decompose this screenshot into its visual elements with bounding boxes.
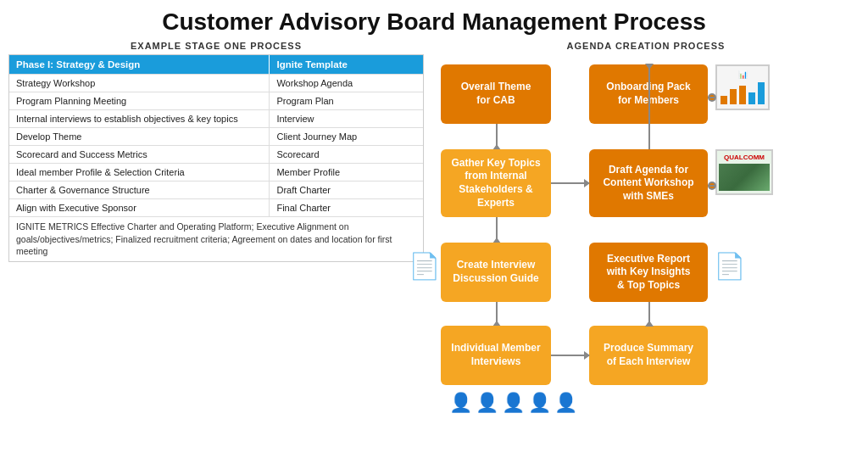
box-individual-interviews: Individual MemberInterviews <box>441 326 551 385</box>
doc-icon-left: 📄 <box>409 251 440 281</box>
row-col1: Strategy Workshop <box>9 75 270 92</box>
connector-line-2 <box>708 185 715 187</box>
table-row: Align with Executive SponsorFinal Charte… <box>9 198 423 216</box>
chart-bars <box>721 81 765 104</box>
row-col2: Workshop Agenda <box>270 75 423 92</box>
flow-diagram: Overall Themefor CAB Onboarding Packfor … <box>432 56 860 438</box>
arrow-interview-down <box>496 302 498 326</box>
arrow-produce-up <box>648 302 650 326</box>
row-col2: Member Profile <box>270 164 423 181</box>
doc-icon-right: 📄 <box>714 251 745 281</box>
arrow-gather-right <box>551 182 589 184</box>
row-col1: Develop Theme <box>9 128 270 145</box>
person-icons: 👤 👤 👤 👤 👤 <box>449 392 577 414</box>
qualcomm-image: QUALCOMM <box>715 149 773 195</box>
arrow-theme-down <box>496 124 498 149</box>
row-col1: Charter & Governance Structure <box>9 182 270 198</box>
table-row: Ideal member Profile & Selection Criteri… <box>9 163 423 181</box>
arrow-gather-down <box>496 217 498 243</box>
left-section-title: EXAMPLE STAGE ONE PROCESS <box>8 41 424 51</box>
bar2 <box>730 89 737 104</box>
right-section-title: AGENDA CREATION PROCESS <box>432 41 860 51</box>
row-col1: Program Planning Meeting <box>9 92 270 109</box>
bar1 <box>721 96 727 104</box>
box-gather-topics: Gather Key Topicsfrom InternalStakeholde… <box>441 149 551 217</box>
table-row: Strategy WorkshopWorkshop Agenda <box>9 74 423 92</box>
table-row: Charter & Governance StructureDraft Char… <box>9 181 423 198</box>
table-row: Scorecard and Success MetricsScorecard <box>9 145 423 163</box>
table-row: Program Planning MeetingProgram Plan <box>9 92 423 109</box>
bar3 <box>739 86 746 104</box>
row-col1: Ideal member Profile & Selection Criteri… <box>9 164 270 181</box>
row-col2: Final Charter <box>270 199 423 216</box>
connector-line-1 <box>708 97 715 98</box>
row-col2: Interview <box>270 110 423 127</box>
bar5 <box>758 82 765 104</box>
person-icon-2: 👤 <box>476 392 498 414</box>
chart-icon: 📊 <box>715 64 770 110</box>
row-col2: Scorecard <box>270 146 423 163</box>
row-col2: Program Plan <box>270 92 423 109</box>
box-draft-agenda: Draft Agenda forContent Workshopwith SME… <box>589 149 708 217</box>
right-section: AGENDA CREATION PROCESS Overall Themefor… <box>432 41 860 448</box>
qualcomm-label: QUALCOMM <box>724 154 765 161</box>
person-icon-5: 👤 <box>554 392 577 414</box>
table-footer-text: IGNITE METRICS Effective Charter and Ope… <box>9 217 423 261</box>
arrow-interview-right <box>551 355 589 356</box>
table-header: Phase I: Strategy & Design Ignite Templa… <box>9 55 423 74</box>
box-produce-summary: Produce Summaryof Each Interview <box>589 326 708 385</box>
person-icon-4: 👤 <box>528 392 551 414</box>
row-col1: Scorecard and Success Metrics <box>9 146 270 163</box>
page-title: Customer Advisory Board Management Proce… <box>0 0 868 41</box>
left-section: EXAMPLE STAGE ONE PROCESS Phase I: Strat… <box>8 41 424 448</box>
table-row: Develop ThemeClient Journey Map <box>9 127 423 145</box>
table-footer-row: IGNITE METRICS Effective Charter and Ope… <box>9 216 423 261</box>
arrow-draft-up <box>648 64 650 149</box>
row-col2: Draft Charter <box>270 182 423 198</box>
qualcomm-image-body <box>719 164 770 191</box>
person-icon-1: 👤 <box>449 392 472 414</box>
row-col1: Internal interviews to establish objecti… <box>9 110 270 127</box>
box-create-interview: Create InterviewDiscussion Guide <box>441 243 551 302</box>
person-icon-3: 👤 <box>502 392 525 414</box>
row-col2: Client Journey Map <box>270 128 423 145</box>
box-overall-theme: Overall Themefor CAB <box>441 64 551 124</box>
table-header-col1: Phase I: Strategy & Design <box>9 55 270 74</box>
table-row: Internal interviews to establish objecti… <box>9 109 423 127</box>
row-col1: Align with Executive Sponsor <box>9 199 270 216</box>
bar4 <box>748 92 755 104</box>
table-header-col2: Ignite Template <box>270 55 423 74</box>
box-executive-report: Executive Reportwith Key Insights& Top T… <box>589 243 708 302</box>
phase-table: Phase I: Strategy & Design Ignite Templa… <box>8 54 424 262</box>
